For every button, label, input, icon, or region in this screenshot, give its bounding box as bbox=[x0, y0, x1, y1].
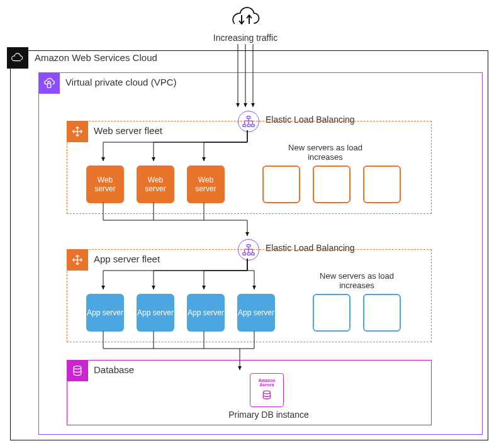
app-server-node: App server bbox=[237, 294, 275, 332]
svg-rect-1 bbox=[247, 116, 250, 119]
vpc-title: Virtual private cloud (VPC) bbox=[65, 77, 176, 87]
auto-scaling-icon bbox=[67, 249, 88, 271]
new-servers-label: New servers as load increases bbox=[275, 143, 376, 162]
vpc-group: Virtual private cloud (VPC) Elastic Load… bbox=[38, 72, 483, 435]
vpc-icon bbox=[38, 72, 60, 94]
app-fleet-title: App server fleet bbox=[94, 254, 160, 264]
web-server-node: Web server bbox=[137, 165, 174, 203]
database-group: Database Amazon Aurora Primary DB instan… bbox=[67, 360, 432, 425]
aws-cloud-title: Amazon Web Services Cloud bbox=[35, 52, 157, 63]
primary-db-label: Primary DB instance bbox=[218, 410, 319, 420]
architecture-diagram: Increasing traffic Amazon Web Services C… bbox=[6, 6, 493, 442]
svg-rect-0 bbox=[47, 84, 51, 87]
app-server-node: App server bbox=[137, 294, 174, 332]
web-server-placeholder bbox=[262, 165, 300, 203]
web-fleet-title: Web server fleet bbox=[94, 125, 162, 136]
web-server-placeholder bbox=[363, 165, 401, 203]
new-servers-label: New servers as load increases bbox=[306, 271, 407, 290]
svg-point-9 bbox=[74, 366, 81, 369]
database-title: Database bbox=[94, 364, 134, 375]
web-server-fleet-group: Web server fleet Web server Web server W… bbox=[67, 121, 432, 214]
web-server-placeholder bbox=[313, 165, 350, 203]
app-server-node: App server bbox=[187, 294, 225, 332]
app-server-fleet-group: App server fleet App server App server A… bbox=[67, 249, 432, 342]
increasing-traffic-label: Increasing traffic bbox=[201, 33, 289, 43]
aws-cloud-icon bbox=[7, 47, 28, 69]
web-server-node: Web server bbox=[86, 165, 124, 203]
app-server-placeholder bbox=[363, 294, 401, 332]
aurora-db-icon: Amazon Aurora bbox=[250, 373, 284, 407]
app-server-node: App server bbox=[86, 294, 124, 332]
web-server-node: Web server bbox=[187, 165, 225, 203]
app-server-placeholder bbox=[313, 294, 350, 332]
database-icon bbox=[67, 360, 88, 381]
auto-scaling-icon bbox=[67, 121, 88, 142]
aws-cloud-group: Amazon Web Services Cloud Virtual privat… bbox=[10, 50, 488, 440]
svg-rect-5 bbox=[247, 245, 250, 247]
svg-point-10 bbox=[264, 391, 271, 394]
internet-cloud-icon bbox=[227, 6, 264, 31]
